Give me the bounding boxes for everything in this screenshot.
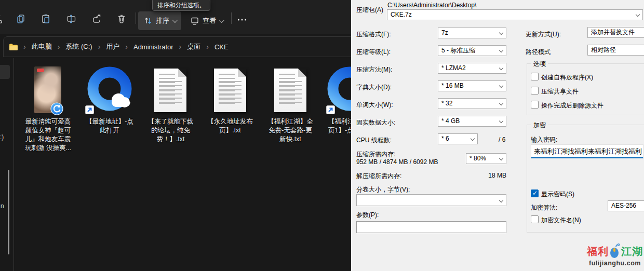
delete-after-checkbox[interactable] xyxy=(531,101,539,109)
encrypt-filenames-checkbox[interactable] xyxy=(531,215,539,223)
dictionary-label: 字典大小(D): xyxy=(356,83,392,92)
breadcrumb-separator: › xyxy=(123,43,130,51)
copy-icon[interactable] xyxy=(16,13,26,24)
explorer-command-bar: 排序 查看 排序和分组选项。 xyxy=(0,0,351,34)
breadcrumb-administrator[interactable]: Administrator xyxy=(130,42,177,52)
password-label: 输入密码: xyxy=(531,136,557,144)
chevron-down-icon xyxy=(636,12,640,17)
screen: 排序 查看 排序和分组选项。 › 此电脑 › 系统 (C:) › 用户 › Ad… xyxy=(0,0,644,271)
file-name-label: 【永久地址发布 页】.txt xyxy=(203,117,258,135)
archive-label: 压缩包(A) xyxy=(356,6,383,15)
update-mode-combobox[interactable]: 添加并替换文件 xyxy=(587,27,644,38)
more-options-icon[interactable] xyxy=(237,15,247,25)
text-file-icon xyxy=(274,69,306,112)
nav-pane-selected-item[interactable] xyxy=(0,65,10,79)
view-icon xyxy=(190,16,199,25)
breadcrumb-this-pc[interactable]: 此电脑 xyxy=(28,40,56,53)
solid-block-combobox[interactable]: * 4 GB xyxy=(438,116,506,127)
view-button[interactable]: 查看 xyxy=(185,11,228,30)
pane-divider[interactable] xyxy=(14,58,14,271)
cpu-threads-label: CPU 线程数: xyxy=(356,136,392,145)
sort-button[interactable]: 排序 xyxy=(138,11,181,30)
parameters-label: 参数(P): xyxy=(356,211,379,220)
password-input[interactable]: 来福利江湖找福利来福利江湖找福利 xyxy=(531,144,643,158)
logo-text-left: 福利 xyxy=(587,245,609,259)
nav-item-drive-label-fragment: :) xyxy=(0,133,4,141)
breadcrumb-users[interactable]: 用户 xyxy=(102,40,123,53)
volume-size-combobox[interactable] xyxy=(356,194,506,206)
cpu-threads-combobox[interactable]: * 6 xyxy=(438,133,478,144)
show-password-label: 显示密码(S) xyxy=(541,190,574,199)
live-badge-icon xyxy=(37,69,44,72)
solid-block-label: 固实数据大小: xyxy=(356,118,395,127)
logo-domain: fulijianghu.com xyxy=(584,260,644,267)
cpu-threads-max: / 6 xyxy=(499,136,505,143)
decompress-memory-label: 解压缩所需内存: xyxy=(356,172,401,181)
compress-shared-checkbox[interactable] xyxy=(531,87,539,94)
breadcrumb-drive-c[interactable]: 系统 (C:) xyxy=(62,40,96,53)
text-file-icon xyxy=(154,69,186,112)
memory-usage-label: 压缩所需内存: xyxy=(356,150,395,159)
path-mode-combobox[interactable]: 相对路径 xyxy=(587,45,644,56)
options-group-title: 选项 xyxy=(531,60,548,69)
chevron-down-icon xyxy=(172,18,178,23)
paste-icon[interactable] xyxy=(41,13,51,24)
level-label: 压缩等级(L): xyxy=(356,48,391,57)
breadcrumb-separator: › xyxy=(96,43,103,51)
word-size-combobox[interactable]: * 32 xyxy=(438,98,506,109)
create-sfx-checkbox[interactable] xyxy=(531,73,539,80)
video-player-icon xyxy=(50,102,63,115)
toolbar-separator xyxy=(136,12,136,24)
level-combobox[interactable]: 5 - 标准压缩 xyxy=(438,45,506,56)
method-label: 压缩方法(M): xyxy=(356,65,392,74)
breadcrumb-separator: › xyxy=(204,43,211,51)
breadcrumb-cke[interactable]: CKE xyxy=(211,42,232,52)
rename-icon[interactable] xyxy=(66,13,76,24)
fulijianghu-logo: 福利 江湖 fulijianghu.com xyxy=(584,243,644,267)
create-sfx-label: 创建自释放程序(X) xyxy=(541,73,593,82)
file-explorer-window: 排序 查看 排序和分组选项。 › 此电脑 › 系统 (C:) › 用户 › Ad… xyxy=(0,0,351,271)
file-name-label: 【福利江 页1】-点 xyxy=(328,117,351,135)
encryption-method-combobox[interactable]: AES-256 xyxy=(608,200,644,211)
chevron-down-icon xyxy=(219,18,224,23)
folder-icon xyxy=(9,43,18,51)
path-mode-label: 路径模式 xyxy=(526,48,551,57)
volume-size-label: 分卷大小，字节(V): xyxy=(356,185,410,194)
memory-usage-detail: 952 MB / 4874 MB / 6092 MB xyxy=(356,158,438,166)
format-combobox[interactable]: 7z xyxy=(438,28,506,38)
encryption-method-label: 加密算法: xyxy=(531,204,557,212)
encrypt-filenames-label: 加密文件名(N) xyxy=(541,216,581,225)
view-button-label: 查看 xyxy=(203,16,216,25)
address-bar[interactable]: › 此电脑 › 系统 (C:) › 用户 › Administrator › 桌… xyxy=(3,36,351,57)
nav-scrollbar-thumb[interactable] xyxy=(8,170,9,254)
7zip-add-archive-dialog: 压缩包(A) C:\Users\Administrator\Desktop\ C… xyxy=(351,0,644,271)
method-combobox[interactable]: * LZMA2 xyxy=(438,63,506,74)
sort-tooltip: 排序和分组选项。 xyxy=(152,0,210,11)
file-name-label: 最新清纯可爱高 颜值女神『超可 儿』和炮友车震 玩刺激 没操爽... xyxy=(21,117,75,153)
archive-name-combobox[interactable]: CKE.7z xyxy=(387,9,643,20)
share-icon[interactable] xyxy=(91,13,102,24)
toolbar-separator xyxy=(231,12,232,24)
encryption-group-title: 加密 xyxy=(531,121,548,130)
show-password-checkbox[interactable] xyxy=(531,189,539,197)
memory-percent-combobox[interactable]: * 80% xyxy=(466,153,506,164)
file-name-label: 【来了就能下载 的论坛，纯免 费！】.txt xyxy=(143,117,198,144)
logo-text-right: 江湖 xyxy=(621,245,643,259)
breadcrumb-separator: › xyxy=(21,43,28,51)
delete-icon[interactable] xyxy=(116,13,127,24)
breadcrumb-separator: › xyxy=(56,43,62,51)
format-label: 压缩格式(F): xyxy=(356,30,391,39)
breadcrumb-desktop[interactable]: 桌面 xyxy=(183,40,204,53)
nav-item-label-fragment: n xyxy=(1,202,4,210)
file-name-label: 【最新地址】-点 此打开 xyxy=(82,117,137,135)
shortcut-arrow-icon xyxy=(85,105,94,114)
archive-directory: C:\Users\Administrator\Desktop\ xyxy=(387,2,476,9)
dictionary-combobox[interactable]: * 16 MB xyxy=(438,80,506,91)
delete-after-label: 操作完成后删除源文件 xyxy=(541,101,603,110)
cut-icon[interactable] xyxy=(0,13,3,24)
parameters-input[interactable] xyxy=(356,221,506,233)
sort-button-label: 排序 xyxy=(156,16,169,25)
mouse-icon xyxy=(609,243,621,259)
breadcrumb-separator: › xyxy=(177,43,184,51)
file-name-label: 【福利江湖】全 免费-无套路-更 新快.txt xyxy=(263,117,318,144)
